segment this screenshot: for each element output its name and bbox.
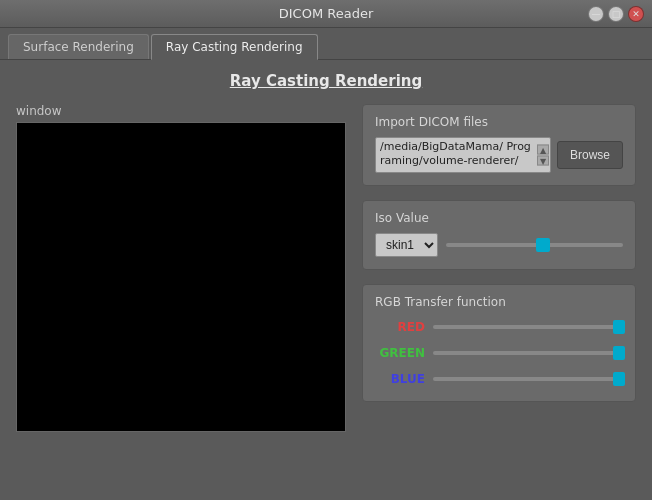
- main-content: Ray Casting Rendering window Import DICO…: [0, 60, 652, 444]
- rgb-blue-row: BLUE: [375, 369, 623, 389]
- iso-slider-thumb[interactable]: [536, 238, 550, 252]
- window-title: DICOM Reader: [279, 6, 374, 21]
- rgb-red-row: RED: [375, 317, 623, 337]
- iso-slider-container: [446, 235, 623, 255]
- rgb-green-thumb[interactable]: [613, 346, 625, 360]
- iso-select[interactable]: skin1: [375, 233, 438, 257]
- window-label: window: [16, 104, 346, 118]
- page-title: Ray Casting Rendering: [16, 72, 636, 90]
- tab-bar: Surface Rendering Ray Casting Rendering: [0, 28, 652, 60]
- path-arrows: ▲ ▼: [537, 145, 549, 166]
- iso-slider-track: [446, 243, 623, 247]
- maximize-button[interactable]: □: [608, 6, 624, 22]
- browse-button[interactable]: Browse: [557, 141, 623, 169]
- close-button[interactable]: ✕: [628, 6, 644, 22]
- rgb-red-thumb[interactable]: [613, 320, 625, 334]
- import-section: Import DICOM files /media/BigDataMama/ P…: [362, 104, 636, 186]
- right-panel: Import DICOM files /media/BigDataMama/ P…: [362, 104, 636, 432]
- rgb-blue-slider: [433, 369, 623, 389]
- tab-ray-casting-rendering[interactable]: Ray Casting Rendering: [151, 34, 318, 60]
- rgb-red-track: [433, 325, 623, 329]
- iso-row: skin1: [375, 233, 623, 257]
- path-arrow-up[interactable]: ▲: [537, 145, 549, 155]
- rgb-section: RGB Transfer function RED GREEN: [362, 284, 636, 402]
- path-display: /media/BigDataMama/ Programing/volume-re…: [375, 137, 551, 173]
- rgb-red-slider: [433, 317, 623, 337]
- path-input-wrap: /media/BigDataMama/ Programing/volume-re…: [375, 137, 551, 173]
- rgb-red-label: RED: [375, 320, 425, 334]
- rgb-section-title: RGB Transfer function: [375, 295, 623, 309]
- iso-section-title: Iso Value: [375, 211, 623, 225]
- path-arrow-down[interactable]: ▼: [537, 156, 549, 166]
- render-viewport: [16, 122, 346, 432]
- rgb-blue-label: BLUE: [375, 372, 425, 386]
- rgb-green-track: [433, 351, 623, 355]
- left-panel: window: [16, 104, 346, 432]
- iso-section: Iso Value skin1: [362, 200, 636, 270]
- import-row: /media/BigDataMama/ Programing/volume-re…: [375, 137, 623, 173]
- title-bar: DICOM Reader — □ ✕: [0, 0, 652, 28]
- rgb-blue-thumb[interactable]: [613, 372, 625, 386]
- minimize-button[interactable]: —: [588, 6, 604, 22]
- rgb-green-slider: [433, 343, 623, 363]
- import-section-title: Import DICOM files: [375, 115, 623, 129]
- content-area: window Import DICOM files /media/BigData…: [16, 104, 636, 432]
- rgb-blue-track: [433, 377, 623, 381]
- window-controls: — □ ✕: [588, 6, 644, 22]
- rgb-green-label: GREEN: [375, 346, 425, 360]
- tab-surface-rendering[interactable]: Surface Rendering: [8, 34, 149, 59]
- rgb-green-row: GREEN: [375, 343, 623, 363]
